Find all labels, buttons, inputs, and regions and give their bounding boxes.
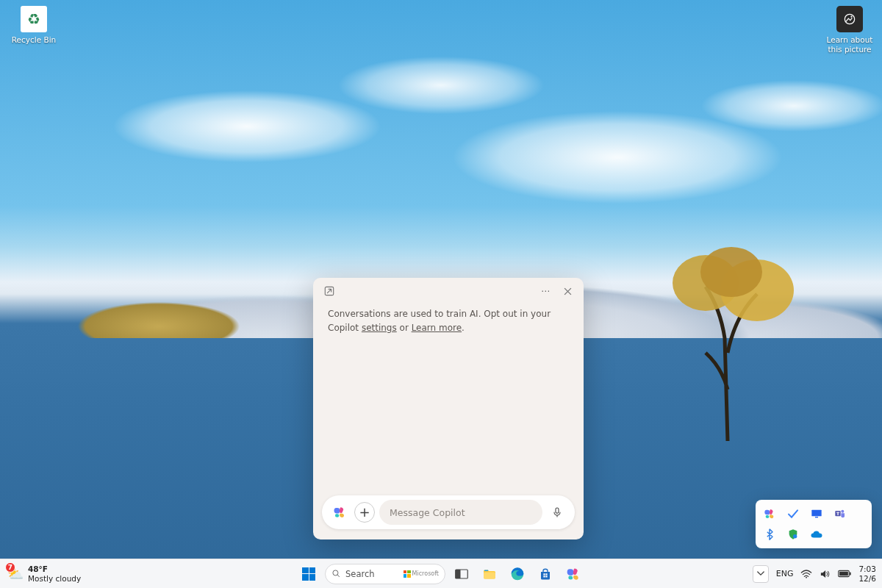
training-notice: Conversations are used to train AI. Opt … [328, 307, 569, 334]
start-button[interactable] [297, 562, 320, 586]
svg-point-4 [850, 16, 852, 18]
tray-teams-icon[interactable]: T [833, 507, 847, 520]
tray-security-icon[interactable] [786, 528, 800, 541]
chevron-down-icon [757, 571, 764, 576]
task-view-icon [455, 569, 468, 579]
learn-more-link[interactable]: Learn more [412, 323, 462, 333]
add-button[interactable]: + [354, 502, 375, 523]
tray-copilot-icon[interactable] [763, 507, 776, 520]
weather-temp: 48°F [28, 564, 81, 573]
copilot-window: ⋯ Conversations are used to train AI. Op… [313, 278, 584, 539]
copilot-body: Conversations are used to train AI. Opt … [313, 301, 584, 488]
expand-icon[interactable] [320, 284, 338, 298]
close-button[interactable] [559, 284, 576, 298]
wifi-icon[interactable] [800, 570, 812, 578]
copilot-icon [566, 567, 581, 581]
volume-icon[interactable] [820, 569, 831, 579]
tray-display-icon[interactable] [810, 507, 823, 520]
message-input[interactable] [379, 500, 542, 525]
copilot-taskbar-button[interactable] [562, 562, 585, 586]
more-options-button[interactable]: ⋯ [537, 284, 554, 298]
svg-rect-7 [811, 510, 821, 517]
recycle-bin-icon [21, 6, 47, 32]
recycle-bin[interactable]: Recycle Bin [9, 6, 59, 45]
tray-bluetooth-icon[interactable] [763, 528, 776, 541]
weather-condition: Mostly cloudy [28, 574, 81, 583]
tray-overflow-button[interactable] [753, 565, 769, 583]
clock[interactable]: 7:03 12/6 [858, 564, 876, 583]
svg-rect-17 [484, 570, 489, 571]
svg-rect-6 [556, 508, 559, 513]
svg-rect-15 [456, 570, 461, 578]
tray-overflow-flyout: T [756, 500, 872, 548]
search-label: Search [345, 569, 375, 579]
file-explorer-button[interactable] [478, 562, 501, 586]
svg-rect-21 [543, 576, 545, 577]
copilot-icon [333, 506, 346, 519]
edge-icon [510, 567, 525, 581]
clock-date: 12/6 [858, 574, 876, 584]
folder-icon [482, 568, 497, 580]
svg-rect-25 [839, 572, 848, 576]
spotlight-label: Learn about this picture [825, 35, 875, 54]
notice-suffix: . [462, 323, 465, 333]
weather-text: 48°F Mostly cloudy [28, 564, 81, 582]
store-button[interactable] [534, 562, 557, 586]
language-indicator[interactable]: ENG [776, 569, 794, 578]
tray-todo-icon[interactable] [786, 507, 800, 520]
weather-widget[interactable]: ⛅ 7 48°F Mostly cloudy [7, 564, 81, 582]
weather-icon: ⛅ 7 [7, 566, 24, 581]
svg-rect-22 [545, 576, 547, 577]
edge-button[interactable] [506, 562, 529, 586]
task-view-button[interactable] [450, 562, 473, 586]
spotlight-shortcut[interactable]: Learn about this picture [825, 6, 875, 54]
search-ms-badge: Microsoft [404, 570, 439, 578]
copilot-logo-button[interactable] [329, 502, 350, 523]
svg-point-12 [793, 534, 797, 538]
weather-alert-badge: 7 [5, 562, 15, 573]
ms-label: Microsoft [412, 570, 439, 577]
taskbar-search[interactable]: Search Microsoft [325, 564, 445, 584]
microphone-button[interactable] [547, 502, 567, 523]
recycle-bin-label: Recycle Bin [9, 35, 59, 45]
notice-or: or [397, 323, 412, 333]
store-icon [539, 567, 552, 581]
windows-icon [302, 567, 315, 581]
copilot-composer: + [322, 495, 575, 529]
clock-time: 7:03 [858, 564, 876, 574]
svg-point-13 [333, 570, 338, 576]
svg-rect-26 [850, 572, 851, 575]
battery-icon[interactable] [838, 570, 851, 578]
microsoft-icon [404, 570, 411, 578]
svg-rect-16 [484, 572, 495, 578]
taskbar: ⛅ 7 48°F Mostly cloudy Search Microsoft [0, 559, 882, 588]
svg-point-23 [806, 576, 807, 578]
svg-rect-8 [815, 517, 818, 517]
copilot-titlebar: ⋯ [313, 278, 584, 301]
settings-link[interactable]: settings [362, 323, 397, 333]
svg-rect-20 [545, 573, 547, 575]
svg-rect-19 [543, 573, 545, 575]
wallpaper-clouds [0, 44, 882, 250]
search-icon [331, 569, 341, 578]
svg-point-11 [841, 510, 844, 513]
spotlight-icon [836, 6, 863, 32]
tray-onedrive-icon[interactable] [810, 528, 823, 541]
